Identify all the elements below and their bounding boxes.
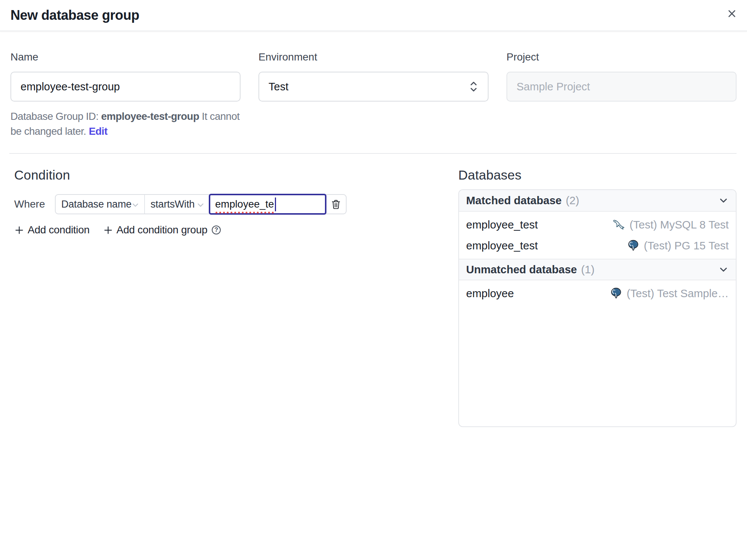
- project-label: Project: [506, 50, 737, 65]
- name-field-block: Name Database Group ID: employee-test-gr…: [10, 50, 241, 139]
- name-input[interactable]: [21, 81, 230, 93]
- condition-section: Condition Where Database name startsWith: [10, 167, 458, 236]
- unmatched-database-label: Unmatched database: [466, 263, 577, 276]
- section-divider: [9, 153, 737, 154]
- condition-heading: Condition: [14, 167, 458, 184]
- name-input-box: [10, 72, 241, 102]
- condition-row: Where Database name startsWith: [14, 194, 458, 214]
- plus-icon: [103, 225, 113, 235]
- database-instance: (Test) PG 15 Test: [627, 239, 729, 252]
- close-icon: [727, 9, 737, 19]
- chevron-down-icon: [196, 201, 205, 209]
- chevron-up-down-icon: [469, 78, 478, 95]
- database-name: employee_test: [466, 239, 538, 252]
- environment-value: Test: [269, 81, 288, 93]
- databases-heading: Databases: [458, 167, 737, 184]
- close-button[interactable]: [726, 8, 737, 19]
- database-name: employee: [466, 287, 514, 300]
- postgres-icon: [627, 239, 640, 252]
- add-condition-button[interactable]: Add condition: [14, 224, 90, 236]
- help-icon[interactable]: ?: [212, 225, 221, 234]
- database-row[interactable]: employee: [459, 283, 736, 304]
- new-database-group-dialog: New database group Name Database Group I…: [0, 0, 747, 560]
- plus-icon: [14, 225, 24, 235]
- matched-database-header[interactable]: Matched database (2): [459, 190, 736, 212]
- operator-select[interactable]: startsWith: [144, 195, 210, 214]
- matched-database-label: Matched database: [466, 194, 562, 207]
- database-instance: (Test) MySQL 8 Test: [612, 218, 729, 231]
- edit-link[interactable]: Edit: [89, 125, 108, 137]
- factor-value: Database name: [61, 199, 131, 210]
- dialog-header: New database group: [0, 0, 747, 31]
- database-name: employee_test: [466, 218, 538, 231]
- environment-select[interactable]: Test: [258, 72, 489, 102]
- group-id-value: employee-test-group: [101, 111, 199, 122]
- database-instance: (Test) Test Sample…: [610, 287, 729, 300]
- dialog-title: New database group: [10, 7, 139, 23]
- add-condition-group-button[interactable]: Add condition group: [103, 224, 207, 236]
- group-form: Name Database Group ID: employee-test-gr…: [10, 50, 737, 139]
- text-cursor: [275, 197, 276, 211]
- condition-value-text: employee_te: [215, 198, 274, 210]
- group-id-prefix: Database Group ID:: [10, 111, 99, 122]
- mysql-icon: [612, 218, 625, 231]
- remove-condition-button[interactable]: [326, 195, 346, 214]
- project-input-box: Sample Project: [506, 72, 737, 102]
- database-row[interactable]: employee_test: [459, 235, 736, 256]
- project-field-block: Project Sample Project: [506, 50, 737, 139]
- unmatched-database-header[interactable]: Unmatched database (1): [459, 259, 736, 280]
- add-condition-label: Add condition: [28, 224, 90, 236]
- databases-panel: Matched database (2) employee_test: [458, 189, 737, 427]
- trash-icon: [331, 199, 341, 210]
- chevron-down-icon: [718, 195, 729, 206]
- project-value: Sample Project: [517, 81, 590, 93]
- unmatched-database-rows: employee: [459, 280, 736, 307]
- add-condition-group-label: Add condition group: [117, 224, 207, 236]
- where-label: Where: [14, 198, 55, 210]
- environment-field-block: Environment Test: [258, 50, 489, 139]
- unmatched-database-count: (1): [581, 263, 595, 276]
- condition-expression-group: Database name startsWith e: [55, 194, 347, 214]
- name-label: Name: [10, 50, 241, 65]
- dialog-body: Name Database Group ID: employee-test-gr…: [0, 50, 747, 427]
- environment-label: Environment: [258, 50, 489, 65]
- matched-database-count: (2): [566, 194, 579, 207]
- condition-actions: Add condition Add condition group ?: [14, 224, 458, 236]
- factor-select[interactable]: Database name: [56, 195, 144, 214]
- operator-value: startsWith: [151, 199, 195, 210]
- chevron-down-icon: [131, 201, 139, 209]
- group-id-helper: Database Group ID: employee-test-group I…: [10, 109, 241, 139]
- postgres-icon: [610, 287, 623, 300]
- database-row[interactable]: employee_test (Test) MySQL 8 Test: [459, 214, 736, 235]
- condition-value-input[interactable]: employee_te: [209, 194, 326, 215]
- chevron-down-icon: [718, 264, 729, 275]
- databases-section: Databases Matched database (2) employee_…: [458, 167, 737, 427]
- lower-section: Condition Where Database name startsWith: [10, 167, 737, 427]
- matched-database-rows: employee_test (Test) MySQL 8 Test: [459, 212, 736, 259]
